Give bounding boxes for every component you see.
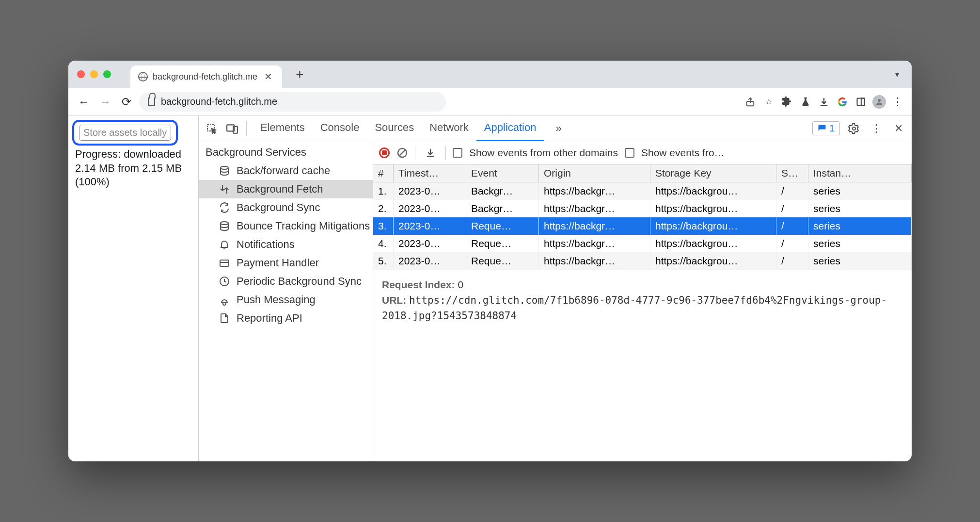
close-window-button[interactable] bbox=[77, 70, 85, 78]
sidebar-item-label: Notifications bbox=[237, 238, 295, 251]
sidebar-item-reporting-api[interactable]: Reporting API bbox=[199, 309, 373, 327]
cell: https://backgrou… bbox=[650, 252, 776, 270]
column-header[interactable]: Event bbox=[466, 164, 539, 182]
column-header[interactable]: Storage Key bbox=[650, 164, 776, 182]
sidebar-item-icon bbox=[218, 201, 231, 214]
reload-button[interactable]: ⟳ bbox=[118, 93, 135, 111]
devtools-tab-sources[interactable]: Sources bbox=[367, 116, 422, 141]
reader-icon[interactable] bbox=[854, 95, 868, 109]
cell: / bbox=[776, 235, 808, 252]
column-header[interactable]: Origin bbox=[539, 164, 650, 182]
cell: 2. bbox=[373, 200, 394, 217]
sidebar-item-payment-handler[interactable]: Payment Handler bbox=[199, 254, 373, 272]
sidebar-item-back-forward-cache[interactable]: Back/forward cache bbox=[199, 162, 373, 180]
extensions-icon[interactable] bbox=[780, 95, 794, 109]
sidebar-section-label: Background Services bbox=[199, 141, 373, 162]
inspect-element-icon[interactable] bbox=[204, 120, 220, 137]
bookmark-star-icon[interactable]: ☆ bbox=[761, 95, 776, 109]
cell: https://backgr… bbox=[539, 252, 650, 270]
cell: Reque… bbox=[466, 235, 539, 252]
table-row[interactable]: 5.2023-0…Reque…https://backgr…https://ba… bbox=[373, 252, 912, 270]
clear-button[interactable] bbox=[396, 147, 408, 159]
cell: 4. bbox=[373, 235, 394, 252]
sidebar-item-label: Background Fetch bbox=[237, 183, 323, 196]
downloads-icon[interactable] bbox=[817, 95, 831, 109]
sidebar-item-label: Bounce Tracking Mitigations bbox=[237, 220, 370, 232]
sidebar-item-background-sync[interactable]: Background Sync bbox=[199, 198, 373, 217]
sidebar-item-bounce-tracking-mitigations[interactable]: Bounce Tracking Mitigations bbox=[199, 217, 373, 235]
request-index-label: Request Index: bbox=[382, 279, 455, 290]
highlight-annotation: Store assets locally bbox=[72, 120, 178, 146]
devtools-menu-button[interactable]: ⋮ bbox=[868, 120, 885, 137]
record-button[interactable] bbox=[379, 147, 390, 158]
cell: 2023-0… bbox=[394, 200, 466, 217]
table-row[interactable]: 2.2023-0…Backgr…https://backgr…https://b… bbox=[373, 200, 912, 217]
sidebar-item-label: Background Sync bbox=[237, 201, 320, 214]
cell: https://backgr… bbox=[539, 182, 650, 200]
column-header[interactable]: Timest… bbox=[394, 164, 466, 182]
sidebar-item-icon bbox=[218, 238, 231, 251]
background-fetch-panel: Show events from other domains Show even… bbox=[373, 141, 912, 461]
show-events-from-checkbox[interactable] bbox=[625, 148, 634, 158]
browser-tab[interactable]: background-fetch.glitch.me ✕ bbox=[130, 65, 282, 88]
cell: series bbox=[808, 252, 912, 270]
sidebar-item-label: Periodic Background Sync bbox=[237, 275, 362, 288]
cell: / bbox=[776, 182, 808, 200]
settings-gear-icon[interactable] bbox=[846, 120, 862, 137]
url-label: URL: bbox=[382, 294, 406, 306]
devtools-panel: ElementsConsoleSourcesNetworkApplication… bbox=[198, 116, 912, 461]
cell: 2023-0… bbox=[394, 217, 466, 235]
sidebar-item-push-messaging[interactable]: Push Messaging bbox=[199, 291, 373, 309]
browser-toolbar: ← → ⟳ background-fetch.glitch.me ☆ ⋮ bbox=[68, 88, 912, 116]
address-bar[interactable]: background-fetch.glitch.me bbox=[139, 92, 446, 112]
cell: Reque… bbox=[466, 217, 539, 235]
sidebar-item-periodic-background-sync[interactable]: Periodic Background Sync bbox=[199, 272, 373, 291]
svg-rect-10 bbox=[220, 260, 229, 266]
new-tab-button[interactable]: + bbox=[287, 66, 312, 82]
forward-button[interactable]: → bbox=[96, 93, 114, 111]
cell: https://backgrou… bbox=[650, 200, 776, 217]
devtools-tab-network[interactable]: Network bbox=[422, 116, 476, 141]
cell: 5. bbox=[373, 252, 394, 270]
devtools-more-tabs[interactable]: » bbox=[548, 116, 569, 141]
google-icon[interactable] bbox=[835, 95, 850, 109]
column-header[interactable]: S… bbox=[776, 164, 808, 182]
maximize-window-button[interactable] bbox=[103, 70, 111, 78]
sidebar-item-label: Reporting API bbox=[237, 312, 302, 325]
issues-badge[interactable]: 1 bbox=[812, 121, 840, 135]
table-row[interactable]: 1.2023-0…Backgr…https://backgr…https://b… bbox=[373, 182, 912, 200]
sidebar-item-icon bbox=[218, 220, 231, 232]
column-header[interactable]: Instan… bbox=[808, 164, 912, 182]
svg-rect-2 bbox=[861, 98, 865, 105]
svg-point-9 bbox=[221, 222, 228, 225]
sidebar-item-icon bbox=[218, 183, 231, 196]
svg-point-3 bbox=[878, 99, 881, 102]
titlebar: background-fetch.glitch.me ✕ + ▾ bbox=[68, 61, 912, 88]
devtools-tab-application[interactable]: Application bbox=[476, 116, 544, 141]
share-icon[interactable] bbox=[743, 95, 758, 109]
sidebar-item-icon bbox=[218, 275, 231, 288]
devtools-tab-console[interactable]: Console bbox=[313, 116, 367, 141]
show-other-domains-checkbox[interactable] bbox=[453, 148, 462, 158]
store-assets-button[interactable]: Store assets locally bbox=[79, 125, 171, 141]
globe-icon bbox=[138, 72, 148, 82]
sidebar-item-icon bbox=[218, 312, 231, 325]
tab-title: background-fetch.glitch.me bbox=[153, 72, 257, 82]
show-other-domains-label: Show events from other domains bbox=[469, 147, 618, 159]
back-button[interactable]: ← bbox=[75, 93, 93, 111]
labs-flask-icon[interactable] bbox=[798, 95, 813, 109]
device-toolbar-icon[interactable] bbox=[224, 120, 240, 137]
browser-menu-button[interactable]: ⋮ bbox=[890, 95, 905, 109]
sidebar-item-background-fetch[interactable]: Background Fetch bbox=[199, 180, 373, 198]
sidebar-item-notifications[interactable]: Notifications bbox=[199, 235, 373, 254]
column-header[interactable]: # bbox=[373, 164, 394, 182]
save-events-icon[interactable] bbox=[422, 145, 439, 161]
profile-avatar[interactable] bbox=[872, 95, 886, 109]
devtools-tab-elements[interactable]: Elements bbox=[253, 116, 313, 141]
tabs-dropdown-button[interactable]: ▾ bbox=[891, 66, 903, 83]
table-row[interactable]: 3.2023-0…Reque…https://backgr…https://ba… bbox=[373, 217, 912, 235]
minimize-window-button[interactable] bbox=[90, 70, 98, 78]
devtools-close-button[interactable]: ✕ bbox=[890, 120, 907, 137]
table-row[interactable]: 4.2023-0…Reque…https://backgr…https://ba… bbox=[373, 235, 912, 252]
close-tab-button[interactable]: ✕ bbox=[262, 71, 274, 82]
